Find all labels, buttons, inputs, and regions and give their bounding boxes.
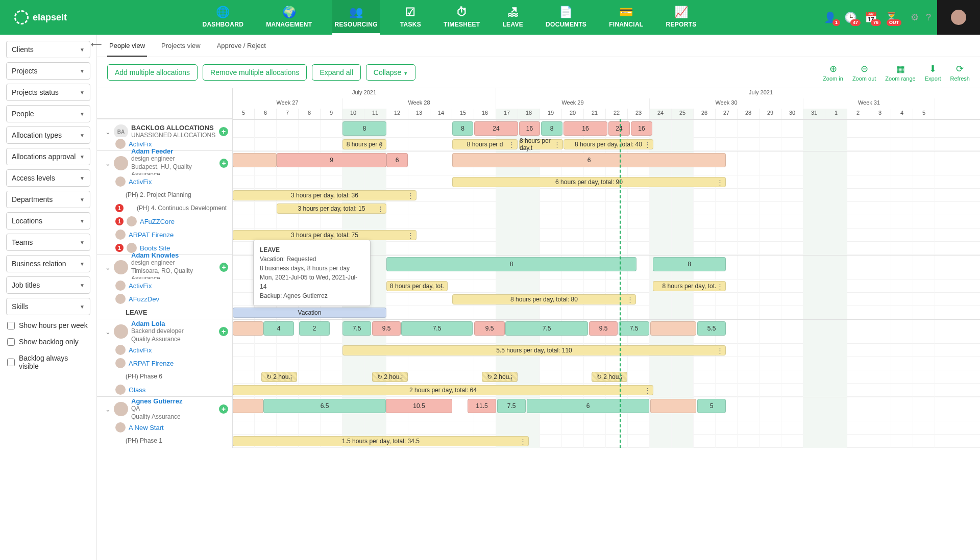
nav-dashboard[interactable]: 🌐DASHBOARD <box>200 0 246 35</box>
add-allocation-button[interactable]: + <box>219 327 228 336</box>
project-link[interactable]: ActivFix <box>129 282 152 290</box>
allocation-bar[interactable]: ↻ 2 hou..⋮ <box>592 372 627 382</box>
clock-icon[interactable]: 🕒47 <box>844 11 857 24</box>
filter-teams[interactable]: Teams▼ <box>6 234 90 251</box>
schedule-grid[interactable]: ⌄BABACKLOG ALLOCATIONSUNASSIGNED ALLOCAT… <box>97 88 980 560</box>
bar-menu-icon[interactable]: ⋮ <box>407 192 414 199</box>
nav-reports[interactable]: 📈REPORTS <box>664 0 698 35</box>
row-timeline[interactable]: ↻ 2 hou..⋮↻ 2 hou..⋮↻ 2 hou..⋮↻ 2 hou..⋮ <box>233 370 980 384</box>
project-link[interactable]: ARPAT Firenze <box>129 231 174 239</box>
allocation-bar[interactable]: 11.5 <box>468 399 496 413</box>
row-timeline[interactable]: 966 <box>233 151 980 176</box>
add-allocation-button[interactable]: + <box>219 159 228 168</box>
settings-icon[interactable]: ⚙ <box>911 12 919 23</box>
bar-menu-icon[interactable]: ⋮ <box>407 232 414 239</box>
allocation-bar[interactable]: 8 hours per day,t⋮ <box>519 139 563 149</box>
bar-menu-icon[interactable]: ⋮ <box>508 141 515 148</box>
bar-menu-icon[interactable]: ⋮ <box>399 373 405 381</box>
filter-job-titles[interactable]: Job titles▼ <box>6 276 90 294</box>
add-allocations-button[interactable]: Add multiple allocations <box>107 64 198 81</box>
allocation-bar[interactable] <box>233 153 277 167</box>
allocation-bar[interactable]: 3 hours per day, total: 75⋮ <box>233 230 416 240</box>
filter-locations[interactable]: Locations▼ <box>6 212 90 230</box>
allocation-bar[interactable]: 8 hours per d⋮ <box>342 139 386 149</box>
expand-icon[interactable]: ⌄ <box>105 405 111 413</box>
tab-people-view[interactable]: People view <box>107 37 147 57</box>
bar-menu-icon[interactable]: ⋮ <box>717 347 723 354</box>
bar-menu-icon[interactable]: ⋮ <box>644 141 651 148</box>
expand-icon[interactable]: ⌄ <box>105 160 111 167</box>
filter-allocation-types[interactable]: Allocation types▼ <box>6 126 90 144</box>
project-link[interactable]: ActivFix <box>129 346 152 354</box>
nav-timesheet[interactable]: ⏱TIMESHEET <box>442 0 482 35</box>
help-icon[interactable]: ? <box>926 12 931 23</box>
filter-business-relation[interactable]: Business relation▼ <box>6 255 90 272</box>
filter-clients[interactable]: Clients▼ <box>6 41 90 58</box>
expand-icon[interactable]: ⌄ <box>105 264 111 271</box>
allocation-bar[interactable]: 3 hours per day, total: 15⋮ <box>277 203 386 214</box>
allocation-bar[interactable]: 7.5 <box>497 399 526 413</box>
out-icon[interactable]: ⏳OUT <box>885 11 898 24</box>
collapse-button[interactable]: Collapse▼ <box>366 64 415 81</box>
row-timeline[interactable]: 3 hours per day, total: 36⋮ <box>233 189 980 202</box>
filter-projects[interactable]: Projects▼ <box>6 62 90 80</box>
project-link[interactable]: A New Start <box>129 424 164 431</box>
nav-management[interactable]: 🌍MANAGEMENT <box>264 0 314 35</box>
project-link[interactable]: Glass <box>129 386 145 394</box>
filter-skills[interactable]: Skills▼ <box>6 298 90 315</box>
tab-approve-reject[interactable]: Approve / Reject <box>215 37 268 57</box>
tab-projects-view[interactable]: Projects view <box>159 37 203 57</box>
allocation-bar[interactable]: 9.5 <box>589 321 618 336</box>
allocation-bar[interactable]: 16 <box>519 121 540 136</box>
add-allocation-button[interactable]: + <box>219 263 228 272</box>
allocation-bar[interactable]: 2 <box>299 321 330 336</box>
bar-menu-icon[interactable]: ⋮ <box>644 387 651 394</box>
filter-access-levels[interactable]: Access levels▼ <box>6 169 90 187</box>
row-timeline[interactable]: 6 hours per day, total: 90⋮ <box>233 175 980 189</box>
bar-menu-icon[interactable]: ⋮ <box>618 373 625 381</box>
allocation-bar[interactable]: ↻ 2 hou..⋮ <box>482 372 518 382</box>
allocation-bar[interactable]: 9.5 <box>372 321 401 336</box>
sidebar-collapse-icon[interactable]: ⟵ <box>91 40 102 49</box>
filter-departments[interactable]: Departments▼ <box>6 191 90 208</box>
allocation-bar[interactable]: ↻ 2 hou..⋮ <box>261 372 297 382</box>
allocation-bar[interactable]: 4 <box>263 321 294 336</box>
allocation-bar[interactable]: 8 hours per d⋮ <box>452 139 518 149</box>
checkbox-show-hours-per-week[interactable]: Show hours per week <box>6 319 90 332</box>
allocation-bar[interactable]: 8 hours per day, tot.⋮ <box>386 281 448 291</box>
bar-menu-icon[interactable]: ⋮ <box>717 283 723 290</box>
bar-menu-icon[interactable]: ⋮ <box>508 373 515 381</box>
allocation-bar[interactable]: 6 hours per day, total: 90⋮ <box>452 177 726 187</box>
filter-allocations-approval[interactable]: Allocations approval▼ <box>6 148 90 165</box>
allocation-bar[interactable]: 7.5 <box>505 321 588 336</box>
allocation-bar[interactable]: 9 <box>277 153 386 167</box>
bar-menu-icon[interactable]: ⋮ <box>554 141 560 148</box>
allocation-bar[interactable]: 8 <box>342 121 386 136</box>
allocation-bar[interactable]: Vacation <box>233 308 386 318</box>
allocation-bar[interactable]: 5 <box>697 399 726 413</box>
expand-icon[interactable]: ⌄ <box>105 128 111 136</box>
allocation-bar[interactable]: 5.5 hours per day, total: 110⋮ <box>342 345 726 355</box>
row-timeline[interactable] <box>233 357 980 370</box>
refresh-button[interactable]: ⟳Refresh <box>950 63 970 82</box>
nav-leave[interactable]: 🏖LEAVE <box>500 0 525 35</box>
user-area[interactable] <box>937 0 980 35</box>
row-timeline[interactable]: 6.510.511.57.565 <box>233 397 980 422</box>
project-link[interactable]: AFuZZCore <box>140 218 175 225</box>
allocation-bar[interactable]: 8 hours per day, total: 40⋮ <box>564 139 653 149</box>
add-allocation-button[interactable]: + <box>219 404 228 414</box>
allocation-bar[interactable]: 6 <box>527 399 649 413</box>
row-timeline[interactable]: 3 hours per day, total: 15⋮ <box>233 202 980 215</box>
allocation-bar[interactable]: 9.5 <box>474 321 505 336</box>
row-timeline[interactable] <box>233 421 980 435</box>
allocation-bar[interactable]: 7.5 <box>342 321 371 336</box>
nav-resourcing[interactable]: 👥RESOURCING <box>332 0 379 35</box>
bar-menu-icon[interactable]: ⋮ <box>377 205 384 213</box>
allocation-bar[interactable]: 16 <box>564 121 607 136</box>
bar-menu-icon[interactable]: ⋮ <box>288 373 295 381</box>
zoom-in-button[interactable]: ⊕Zoom in <box>823 63 843 82</box>
person-name[interactable]: Adam Knowles <box>131 251 216 259</box>
checkbox-backlog-always-visible[interactable]: Backlog always visible <box>6 352 90 372</box>
allocation-bar[interactable]: 10.5 <box>386 399 452 413</box>
project-link[interactable]: ActivFix <box>129 140 152 148</box>
